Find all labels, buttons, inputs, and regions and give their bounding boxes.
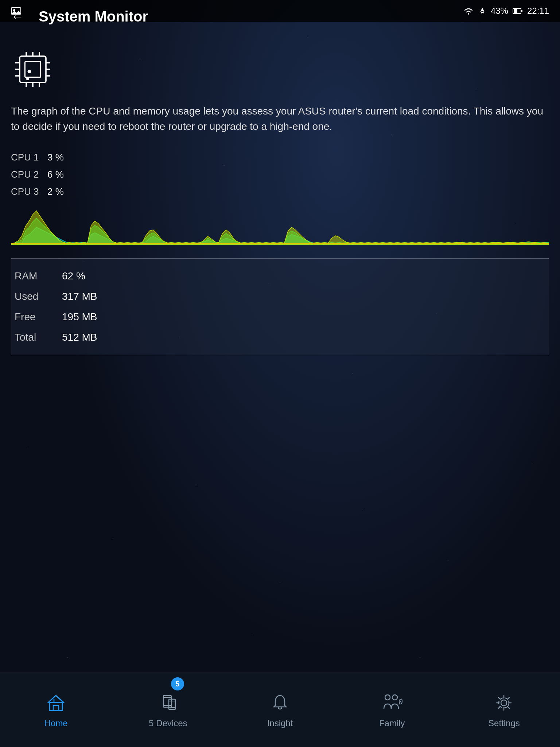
cpu2-value: 6 % [47, 166, 64, 183]
cpu1-label: CPU 1 [11, 149, 40, 166]
nav-item-devices[interactable]: 5 5 Devices [112, 673, 224, 747]
devices-icon [157, 692, 179, 714]
cpu3-label: CPU 3 [11, 183, 40, 200]
nav-label-insight: Insight [267, 718, 293, 728]
svg-point-21 [28, 70, 31, 73]
cpu2-label: CPU 2 [11, 166, 40, 183]
ram-section: RAM 62 % Used 317 MB Free 195 MB Total 5… [11, 258, 549, 355]
back-button[interactable]: ← [11, 9, 24, 24]
cpu2-row: CPU 2 6 % [11, 166, 549, 183]
cpu-icon-container [11, 47, 549, 93]
settings-icon [493, 692, 515, 714]
devices-badge: 5 [171, 677, 184, 690]
bottom-navigation: Home 5 5 Devices Insi [0, 673, 560, 747]
svg-point-36 [501, 700, 507, 706]
cpu-graph-svg [11, 204, 549, 247]
ram-label: RAM [15, 266, 51, 286]
ram-row: RAM 62 % [15, 266, 545, 286]
nav-label-home: Home [44, 718, 68, 728]
svg-rect-24 [50, 703, 62, 711]
svg-point-33 [385, 695, 390, 700]
svg-rect-6 [20, 56, 46, 82]
home-icon [45, 692, 67, 714]
nav-item-settings[interactable]: Settings [448, 673, 560, 747]
ram-used-label: Used [15, 286, 51, 307]
ram-used-value: 317 MB [62, 286, 97, 307]
main-content: ← System Monitor [0, 0, 560, 673]
nav-label-settings: Settings [488, 718, 520, 728]
svg-rect-7 [25, 61, 40, 77]
nav-item-home[interactable]: Home [0, 673, 112, 747]
ram-used-row: Used 317 MB [15, 286, 545, 307]
nav-label-devices: 5 Devices [149, 718, 187, 728]
family-icon [381, 692, 403, 714]
svg-point-8 [26, 78, 29, 80]
insight-icon [269, 692, 291, 714]
svg-rect-25 [53, 705, 59, 711]
cpu1-value: 3 % [47, 149, 64, 166]
description-text: The graph of the CPU and memory usage le… [11, 104, 549, 134]
page-title: System Monitor [39, 8, 148, 25]
content-area: The graph of the CPU and memory usage le… [0, 33, 560, 363]
nav-item-insight[interactable]: Insight [224, 673, 336, 747]
cpu1-row: CPU 1 3 % [11, 149, 549, 166]
ram-total-value: 512 MB [62, 327, 97, 348]
cpu-chip-icon [11, 47, 55, 91]
ram-total-row: Total 512 MB [15, 327, 545, 348]
header: ← System Monitor [0, 0, 560, 33]
ram-total-label: Total [15, 327, 51, 348]
ram-free-row: Free 195 MB [15, 307, 545, 327]
cpu3-value: 2 % [47, 183, 64, 200]
ram-free-value: 195 MB [62, 307, 97, 327]
ram-free-label: Free [15, 307, 51, 327]
svg-point-34 [392, 695, 397, 700]
cpu-graph [11, 204, 549, 247]
cpu-stats: CPU 1 3 % CPU 2 6 % CPU 3 2 % [11, 149, 549, 200]
ram-value: 62 % [62, 266, 85, 286]
cpu3-row: CPU 3 2 % [11, 183, 549, 200]
nav-label-family: Family [379, 718, 405, 728]
nav-item-family[interactable]: Family [336, 673, 448, 747]
